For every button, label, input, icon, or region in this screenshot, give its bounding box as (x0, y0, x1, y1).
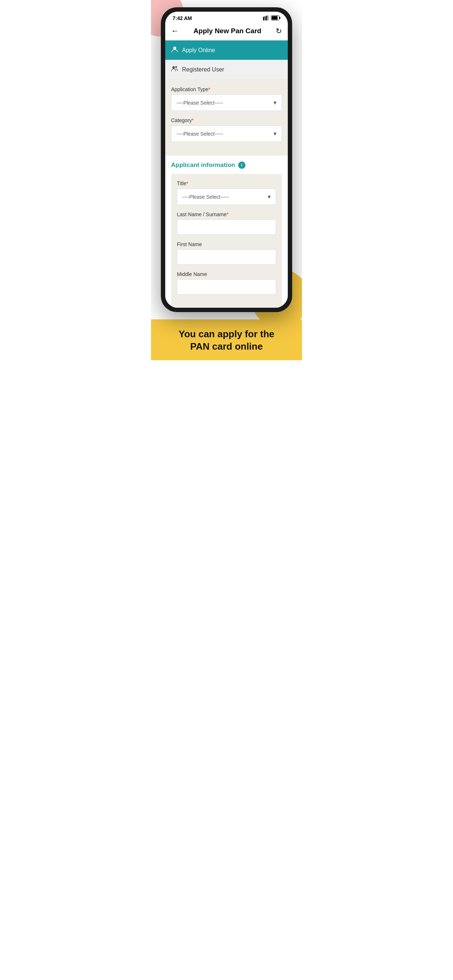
svg-rect-3 (268, 15, 269, 21)
tab-apply-online[interactable]: Apply Online (165, 40, 288, 60)
bottom-promo-section: You can apply for the PAN card online (151, 320, 302, 360)
required-star-2: * (192, 118, 194, 123)
last-name-label: Last Name / Surname* (177, 212, 276, 217)
status-bar: 7:42 AM (165, 12, 288, 23)
svg-point-7 (173, 47, 176, 49)
section-title: Applicant information i (171, 162, 282, 169)
application-type-arrow: ▾ (274, 99, 276, 106)
required-star-3: * (187, 180, 188, 186)
applicant-info-title: Applicant information (171, 162, 235, 169)
middle-name-input[interactable] (177, 279, 276, 294)
back-button[interactable]: ← (171, 26, 179, 36)
application-type-placeholder: ----Please Select----- (177, 100, 223, 106)
status-icons (263, 15, 281, 21)
svg-rect-2 (266, 16, 267, 21)
title-group: Title* ----Please Select----- ▾ (177, 180, 276, 205)
tab-section: Apply Online Registered User (165, 40, 288, 79)
phone-frame: 7:42 AM (161, 7, 292, 312)
status-time: 7:42 AM (172, 15, 192, 21)
battery-icon (271, 15, 281, 21)
category-group: Category* ----Please Select----- ▾ (171, 118, 282, 142)
required-star-1: * (208, 86, 210, 92)
applicant-section: Applicant information i Title* ----Pleas… (165, 156, 288, 308)
info-icon: i (238, 162, 246, 169)
category-label: Category* (171, 118, 282, 123)
middle-name-group: Middle Name (177, 271, 276, 294)
application-type-group: Application Type* ----Please Select-----… (171, 86, 282, 111)
page-title: Apply New Pan Card (194, 27, 262, 35)
bottom-promo-text: You can apply for the PAN card online (158, 328, 295, 353)
required-star-4: * (226, 212, 228, 217)
form-section: Application Type* ----Please Select-----… (165, 79, 288, 156)
registered-user-icon (171, 65, 179, 74)
first-name-input[interactable] (177, 250, 276, 265)
refresh-button[interactable]: ↻ (276, 27, 282, 35)
tab-registered-user[interactable]: Registered User (165, 60, 288, 79)
svg-rect-0 (263, 17, 264, 21)
apply-online-icon (171, 46, 179, 55)
first-name-group: First Name (177, 241, 276, 265)
network-icon (263, 15, 270, 21)
last-name-input[interactable] (177, 220, 276, 235)
category-placeholder: ----Please Select----- (177, 131, 223, 137)
svg-rect-5 (272, 16, 278, 20)
last-name-group: Last Name / Surname* (177, 212, 276, 235)
title-label: Title* (177, 180, 276, 186)
category-arrow: ▾ (274, 130, 276, 137)
svg-point-8 (172, 66, 175, 69)
application-type-select[interactable]: ----Please Select----- ▾ (171, 94, 282, 111)
svg-rect-1 (265, 16, 266, 21)
middle-name-label: Middle Name (177, 271, 276, 277)
tab-registered-user-label: Registered User (182, 66, 224, 73)
tab-apply-online-label: Apply Online (182, 47, 215, 54)
top-nav: ← Apply New Pan Card ↻ (165, 23, 288, 40)
svg-point-9 (175, 66, 177, 68)
phone-screen: 7:42 AM (165, 12, 288, 308)
application-type-label: Application Type* (171, 86, 282, 92)
title-placeholder: ----Please Select----- (182, 194, 229, 200)
first-name-label: First Name (177, 241, 276, 247)
category-select[interactable]: ----Please Select----- ▾ (171, 126, 282, 142)
svg-rect-6 (279, 17, 281, 19)
title-arrow: ▾ (268, 193, 271, 200)
applicant-form-card: Title* ----Please Select----- ▾ Last Nam… (171, 174, 282, 308)
title-select[interactable]: ----Please Select----- ▾ (177, 188, 276, 205)
